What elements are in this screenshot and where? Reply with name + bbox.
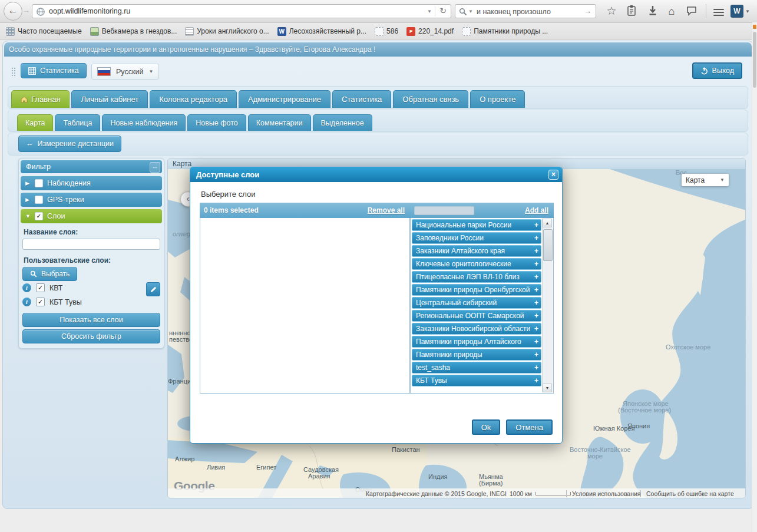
url-text[interactable]: oopt.wildlifemonitoring.ru [49,7,130,15]
url-dropdown-icon[interactable]: ▼ [427,9,432,14]
available-layer[interactable]: Ключевые орнитологические+ [412,258,541,270]
layers-scrollbar[interactable]: ▲ ▼ [542,219,553,392]
add-layer-icon[interactable]: + [534,233,538,244]
tab-administrirovanie[interactable]: Администрирование [239,90,330,108]
bookmark-item[interactable]: P220_14.pdf [406,27,454,36]
add-layer-icon[interactable]: + [534,375,538,386]
forward-button[interactable]: → [22,6,30,15]
collapse-icon[interactable]: ▼ [25,213,31,219]
tab-kolonka-redaktora[interactable]: Колонка редактора [150,90,237,108]
search-input[interactable] [475,6,578,18]
browser-scrollbar-thumb[interactable] [753,32,756,88]
edit-layer-button[interactable] [146,282,160,296]
search-bar[interactable]: ▼ → [455,4,596,18]
menu-icon[interactable] [712,5,726,20]
filter-section-gps-tracks[interactable]: ▶ GPS-треки [21,193,162,207]
add-all-link[interactable]: Add all [525,206,548,214]
downloads-icon[interactable] [646,5,660,18]
bookmark-star-icon[interactable]: ☆ [604,5,619,18]
available-layer[interactable]: Птицеопасные ЛЭП ВЛ-10 близ+ [412,271,541,283]
url-bar[interactable]: oopt.wildlifemonitoring.ru ▼ ↻ [32,4,451,18]
bookmark-item[interactable]: WЛесохозяйственный р... [277,27,366,36]
tab-lichnyi-kabinet[interactable]: Личный кабинет [71,90,148,108]
gps-tracks-checkbox[interactable] [35,196,43,204]
available-layer[interactable]: Памятники природы Алтайского+ [412,336,541,348]
toolbar-grip[interactable] [11,67,15,77]
show-all-layers-button[interactable]: Показать все слои [22,313,160,327]
filter-section-observations[interactable]: ▶ Наблюдения [21,176,162,190]
available-layer[interactable]: Памятники природы+ [412,349,541,361]
bookmarks-panel-icon[interactable] [624,5,639,18]
bookmark-item[interactable]: Уроки английского о... [185,27,269,36]
reset-filter-button[interactable]: Сбросить фильтр [22,329,160,343]
select-layers-button[interactable]: Выбрать [22,267,77,281]
search-go-icon[interactable]: → [584,6,591,15]
logout-button[interactable]: Выход [692,62,742,79]
remove-all-link[interactable]: Remove all [368,206,405,214]
reload-icon[interactable]: ↻ [439,6,447,15]
subtab-vydelennoe[interactable]: Выделенное [313,114,372,131]
filter-section-layers[interactable]: ▼ ✓ Слои [21,209,162,223]
bookmark-item[interactable]: 586 [375,27,398,36]
selected-layers-list[interactable] [200,218,410,394]
add-layer-icon[interactable]: + [534,310,538,322]
add-layer-icon[interactable]: + [534,220,538,231]
available-layer[interactable]: Памятники природы Оренбургской+ [412,284,541,296]
language-selector[interactable]: Русский ▼ [91,64,159,80]
available-layer[interactable]: Заповедники России+ [412,232,541,244]
tab-o-proekte[interactable]: О проекте [470,90,525,108]
add-layer-icon[interactable]: + [534,246,538,257]
search-engine-caret-icon[interactable]: ▼ [468,9,473,14]
map-type-selector[interactable]: Карта ▼ [682,174,729,186]
scroll-down-icon[interactable]: ▼ [543,384,552,392]
measure-distance-button[interactable]: ↔ Измерение дистанции [18,136,121,152]
available-layer[interactable]: Региональные ООПТ Самарской+ [412,310,541,322]
available-layer[interactable]: Заказники Новосибирской области+ [412,323,541,335]
scroll-up-icon[interactable]: ▲ [543,219,552,227]
add-layer-icon[interactable]: + [534,272,538,283]
bookmark-item[interactable]: Памятники природы ... [462,27,548,36]
layer-kbt-tuvy-checkbox[interactable]: ✓ [36,298,45,306]
tab-glavnaya[interactable]: Главная [11,90,70,108]
available-layer[interactable]: Центральный сибирский+ [412,297,541,309]
layer-kvt-checkbox[interactable]: ✓ [36,283,45,292]
close-icon[interactable]: × [548,170,558,180]
add-layer-icon[interactable]: + [534,323,538,335]
available-layer[interactable]: КБТ Тувы+ [412,375,541,386]
chat-icon[interactable] [685,5,699,18]
expand-icon[interactable]: ▶ [25,197,31,203]
tab-obratnaya-svyaz[interactable]: Обратная связь [393,90,468,108]
available-layer[interactable]: Национальные парки России+ [412,219,541,231]
bookmark-item[interactable]: Вебкамера в гнездов... [90,27,177,36]
statistics-button[interactable]: Статистика [21,63,87,78]
report-error-link[interactable]: Сообщить об ошибке на карте [640,490,734,497]
ok-button[interactable]: Ok [472,419,501,435]
terms-link[interactable]: Условия использования [566,490,641,497]
available-layer[interactable]: Заказники Алтайского края+ [412,245,541,257]
browser-scrollbar[interactable] [752,22,757,532]
info-icon[interactable]: i [22,298,31,306]
observations-checkbox[interactable] [35,179,43,187]
cancel-button[interactable]: Отмена [506,419,553,435]
subtab-karta[interactable]: Карта [17,114,53,131]
subtab-kommentarii[interactable]: Комментарии [248,114,311,131]
layer-name-input[interactable] [22,239,160,250]
info-icon[interactable]: i [22,283,31,292]
addon-w-icon[interactable]: W [730,5,743,18]
filter-collapse-icon[interactable]: ↔ [150,162,160,173]
subtab-novye-foto[interactable]: Новые фото [187,114,246,131]
layers-checkbox[interactable]: ✓ [35,212,43,220]
home-toolbar-icon[interactable]: ⌂ [665,5,679,18]
tab-statistika[interactable]: Статистика [332,90,391,108]
bookmark-item[interactable]: Часто посещаемые [6,27,82,36]
add-layer-icon[interactable]: + [534,259,538,270]
scrollbar-thumb[interactable] [543,229,553,261]
subtab-novye-nablyudeniya[interactable]: Новые наблюдения [102,114,186,131]
addon-caret-icon[interactable]: ▼ [745,9,750,14]
available-layer[interactable]: test_sasha+ [412,362,541,374]
back-button[interactable]: ← [4,2,22,21]
add-layer-icon[interactable]: + [534,362,538,374]
add-layer-icon[interactable]: + [534,349,538,361]
layer-filter-input[interactable] [414,206,474,215]
add-layer-icon[interactable]: + [534,285,538,296]
